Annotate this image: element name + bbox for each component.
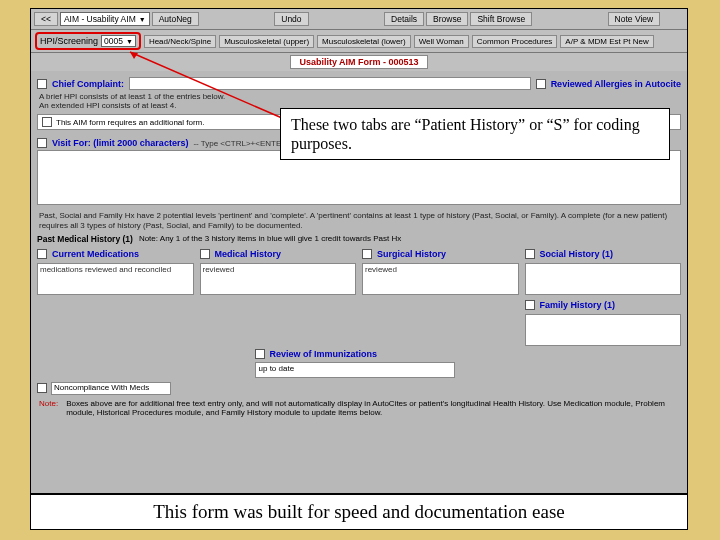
tab-well-woman[interactable]: Well Woman	[414, 35, 469, 48]
browse-button[interactable]: Browse	[426, 12, 468, 26]
reviewed-allergies-label: Reviewed Allergies in Autocite	[551, 79, 681, 89]
tab-hpi-label: HPI/Screening	[40, 36, 98, 46]
family-hist-label: Family History (1)	[540, 300, 616, 310]
tab-strip: HPI/Screening 0005 ▼ Head/Neck/Spine Mus…	[31, 30, 687, 53]
noncomp-input[interactable]: Noncompliance With Meds	[51, 382, 171, 395]
callout-bottom: This form was built for speed and docume…	[30, 494, 688, 530]
form-title: Usability AIM Form - 000513	[290, 55, 427, 69]
toolbar: << AIM - Usability AIM ▼ AutoNeg Undo De…	[31, 9, 687, 30]
tab-common-procedures[interactable]: Common Procedures	[472, 35, 558, 48]
med-hist-label: Medical History	[215, 249, 282, 259]
psf-description: Past, Social and Family Hx have 2 potent…	[39, 211, 681, 229]
footer-note-label: Note:	[39, 399, 58, 417]
form-selector-dropdown[interactable]: AIM - Usability AIM ▼	[60, 12, 150, 26]
review-imm-checkbox[interactable]	[255, 349, 265, 359]
cur-meds-label: Current Medications	[52, 249, 139, 259]
tab-msk-lower[interactable]: Musculoskeletal (lower)	[317, 35, 411, 48]
app-window: << AIM - Usability AIM ▼ AutoNeg Undo De…	[30, 8, 688, 494]
shift-browse-button[interactable]: Shift Browse	[470, 12, 532, 26]
cur-meds-textarea[interactable]: medications reviewed and reconciled	[37, 263, 194, 295]
noncomp-checkbox[interactable]	[37, 383, 47, 393]
reviewed-allergies-checkbox[interactable]	[536, 79, 546, 89]
family-hist-textarea[interactable]	[525, 314, 682, 346]
chief-complaint-checkbox[interactable]	[37, 79, 47, 89]
review-imm-textarea[interactable]: up to date	[255, 362, 455, 378]
footer-note: Note: Boxes above are for additional fre…	[39, 399, 679, 417]
hpi-code-dropdown[interactable]: 0005 ▼	[101, 35, 136, 47]
hpi-code-value: 0005	[104, 36, 123, 46]
tab-hpi-screening[interactable]: HPI/Screening 0005 ▼	[35, 32, 141, 50]
chief-complaint-input[interactable]	[129, 77, 531, 90]
additional-form-text: This AIM form requires an additional for…	[56, 118, 205, 127]
cur-meds-checkbox[interactable]	[37, 249, 47, 259]
chief-complaint-label: Chief Complaint:	[52, 79, 124, 89]
med-hist-textarea[interactable]: reviewed	[200, 263, 357, 295]
chevron-down-icon: ▼	[126, 38, 133, 45]
footer-note-text: Boxes above are for additional free text…	[66, 399, 679, 417]
nav-prev-button[interactable]: <<	[34, 12, 58, 26]
social-hist-label: Social History (1)	[540, 249, 614, 259]
dropdown-label: AIM - Usability AIM	[64, 14, 136, 24]
surg-hist-textarea[interactable]: reviewed	[362, 263, 519, 295]
note-view-button[interactable]: Note View	[608, 12, 661, 26]
review-imm-label: Review of Immunizations	[270, 349, 378, 359]
callout-top: These two tabs are “Patient History” or …	[280, 108, 670, 160]
undo-button[interactable]: Undo	[274, 12, 308, 26]
additional-form-checkbox[interactable]	[42, 117, 52, 127]
surg-hist-label: Surgical History	[377, 249, 446, 259]
med-hist-checkbox[interactable]	[200, 249, 210, 259]
social-hist-textarea[interactable]	[525, 263, 682, 295]
tab-msk-upper[interactable]: Musculoskeletal (upper)	[219, 35, 314, 48]
social-hist-checkbox[interactable]	[525, 249, 535, 259]
chevron-down-icon: ▼	[139, 16, 146, 23]
details-button[interactable]: Details	[384, 12, 424, 26]
pmh-note: Note: Any 1 of the 3 history items in bl…	[139, 234, 401, 243]
pmh-label: Past Medical History (1)	[37, 234, 133, 244]
tab-head-neck-spine[interactable]: Head/Neck/Spine	[144, 35, 216, 48]
form-title-strip: Usability AIM Form - 000513	[31, 53, 687, 71]
family-hist-checkbox[interactable]	[525, 300, 535, 310]
visit-for-label: Visit For: (limit 2000 characters)	[52, 138, 188, 148]
visit-for-checkbox[interactable]	[37, 138, 47, 148]
autoneg-button[interactable]: AutoNeg	[152, 12, 199, 26]
tab-ap-mdm[interactable]: A/P & MDM Est Pt New	[560, 35, 653, 48]
surg-hist-checkbox[interactable]	[362, 249, 372, 259]
